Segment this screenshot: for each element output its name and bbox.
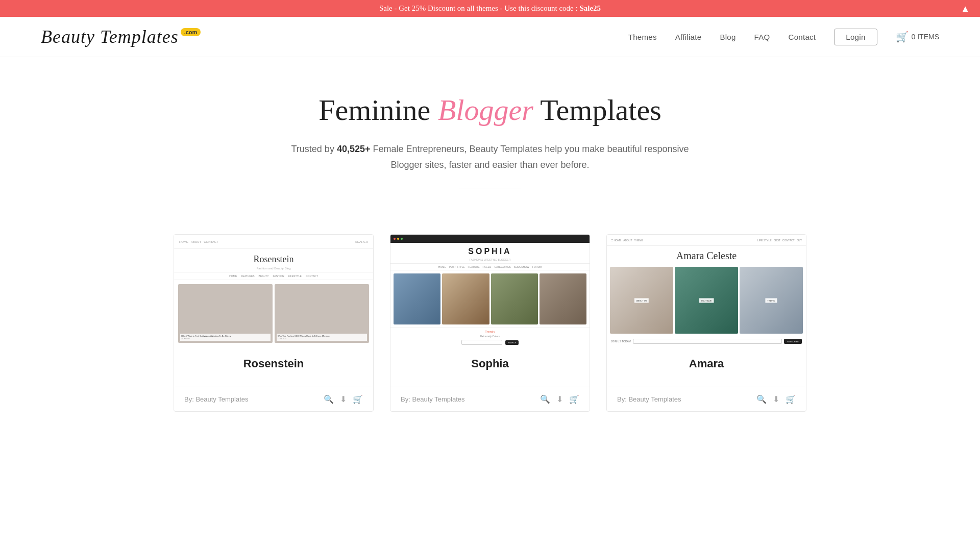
card-author: By: Beauty Templates (401, 395, 465, 403)
amara-img-1: ABOUT US (610, 267, 673, 334)
card-actions: 🔍 ⬇ 🛒 (324, 394, 363, 404)
amara-img-2: BOUTIQUE (675, 267, 738, 334)
cart-area[interactable]: 🛒 0 ITEMS (896, 31, 939, 43)
search-icon[interactable]: 🔍 (540, 394, 550, 404)
hero-section: Feminine Blogger Templates Trusted by 40… (0, 57, 980, 234)
theme-card-amara[interactable]: ☰ HOME ABOUT THEME LIFE STYLE BEST CONTA… (606, 234, 806, 412)
card-thumbnail-sophia: SOPHIA FASHION & LIFESTYLE BLOGGER HOMEP… (390, 235, 590, 347)
rosenstein-mockup: HOME ABOUT CONTACT SEARCH Rosenstein Fas… (174, 235, 373, 347)
mockup-image-2: Why This Fashion CEO Wakes Up at 5:45 Ev… (275, 284, 369, 343)
sophia-img-2 (442, 273, 489, 324)
hero-subtitle: Trusted by 40,525+ Female Entrepreneurs,… (291, 141, 689, 172)
logo[interactable]: Beauty Templates .com (41, 26, 201, 47)
search-icon[interactable]: 🔍 (756, 394, 767, 404)
card-footer-rosenstein: By: Beauty Templates 🔍 ⬇ 🛒 (174, 387, 373, 411)
theme-card-rosenstein[interactable]: HOME ABOUT CONTACT SEARCH Rosenstein Fas… (174, 234, 374, 412)
card-author: By: Beauty Templates (184, 395, 249, 403)
sophia-img-4 (540, 273, 586, 324)
mockup-topbar-amara: ☰ HOME ABOUT THEME LIFE STYLE BEST CONTA… (607, 235, 806, 246)
card-thumbnail-amara: ☰ HOME ABOUT THEME LIFE STYLE BEST CONTA… (607, 235, 806, 347)
nav-blog[interactable]: Blog (720, 33, 736, 41)
sophia-img-1 (394, 273, 440, 324)
themes-grid: HOME ABOUT CONTACT SEARCH Rosenstein Fas… (133, 234, 847, 442)
theme-card-sophia[interactable]: SOPHIA FASHION & LIFESTYLE BLOGGER HOMEP… (390, 234, 590, 412)
amara-img-3: TRAVEL (740, 267, 803, 334)
cart-icon: 🛒 (896, 31, 909, 43)
card-author: By: Beauty Templates (617, 395, 681, 403)
announcement-text: Sale - Get 25% Discount on all themes - … (379, 4, 601, 13)
amara-mockup: ☰ HOME ABOUT THEME LIFE STYLE BEST CONTA… (607, 235, 806, 347)
nav-affiliate[interactable]: Affiliate (675, 33, 702, 41)
cart-add-icon[interactable]: 🛒 (353, 394, 363, 404)
card-title: Amara (617, 357, 796, 370)
login-button[interactable]: Login (834, 29, 877, 45)
card-title: Rosenstein (184, 357, 363, 370)
mockup-header: HOME ABOUT CONTACT SEARCH (174, 235, 373, 249)
download-icon[interactable]: ⬇ (340, 394, 347, 404)
sophia-mockup: SOPHIA FASHION & LIFESTYLE BLOGGER HOMEP… (390, 235, 590, 347)
site-header: Beauty Templates .com Themes Affiliate B… (0, 17, 980, 57)
nav-contact[interactable]: Contact (789, 33, 816, 41)
mockup-image-1: I Don't Want to Feel Guilty About Wantin… (178, 284, 273, 343)
hero-title: Feminine Blogger Templates (10, 93, 970, 127)
logo-badge: .com (181, 28, 201, 36)
search-icon[interactable]: 🔍 (324, 394, 334, 404)
nav-themes[interactable]: Themes (628, 33, 657, 41)
announcement-close-button[interactable]: ▲ (961, 4, 970, 13)
download-icon[interactable]: ⬇ (773, 394, 779, 404)
main-nav: Themes Affiliate Blog FAQ Contact Login … (628, 29, 939, 45)
cart-count: 0 ITEMS (912, 33, 939, 41)
nav-faq[interactable]: FAQ (754, 33, 770, 41)
card-actions: 🔍 ⬇ 🛒 (756, 394, 796, 404)
mockup-topbar (390, 235, 590, 243)
card-body-amara: Amara (607, 347, 806, 387)
cart-add-icon[interactable]: 🛒 (786, 394, 796, 404)
card-footer-sophia: By: Beauty Templates 🔍 ⬇ 🛒 (390, 387, 590, 411)
card-title: Sophia (401, 357, 579, 370)
sophia-img-3 (491, 273, 538, 324)
card-body-sophia: Sophia (390, 347, 590, 387)
card-actions: 🔍 ⬇ 🛒 (540, 394, 579, 404)
cart-add-icon[interactable]: 🛒 (569, 394, 579, 404)
card-thumbnail-rosenstein: HOME ABOUT CONTACT SEARCH Rosenstein Fas… (174, 235, 373, 347)
cards-container: HOME ABOUT CONTACT SEARCH Rosenstein Fas… (174, 234, 806, 412)
download-icon[interactable]: ⬇ (556, 394, 563, 404)
logo-text: Beauty Templates (41, 26, 179, 47)
hero-divider (459, 188, 521, 188)
card-body-rosenstein: Rosenstein (174, 347, 373, 387)
announcement-bar: Sale - Get 25% Discount on all themes - … (0, 0, 980, 17)
card-footer-amara: By: Beauty Templates 🔍 ⬇ 🛒 (607, 387, 806, 411)
